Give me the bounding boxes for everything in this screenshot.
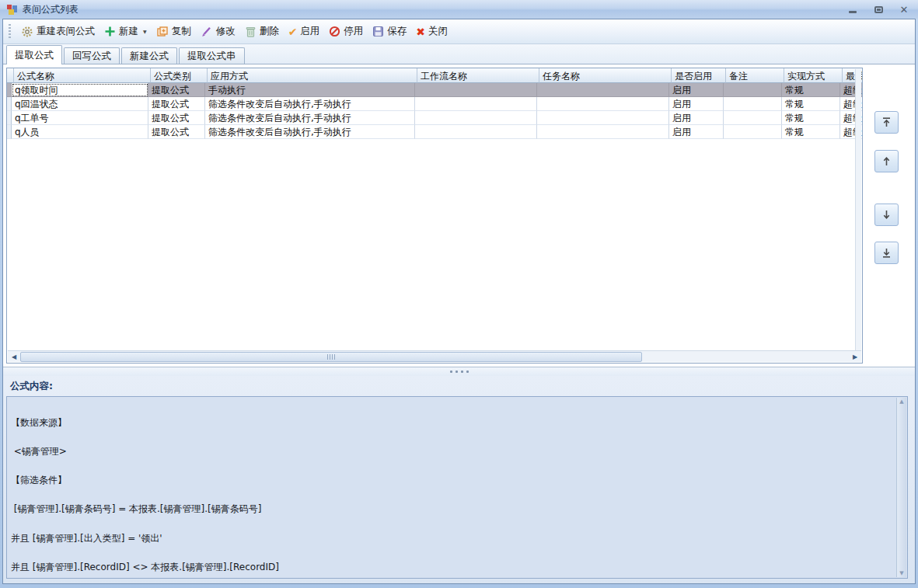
pencil-icon [201, 26, 213, 38]
close-button[interactable]: ✕ [898, 4, 910, 15]
formula-content-panel: 公式内容: 【数据来源】 <锡膏管理> 【筛选条件】 [锡膏管理].[锡膏条码号… [3, 376, 915, 583]
table-cell[interactable]: q领取时间 [12, 83, 148, 97]
window-title: 表间公式列表 [23, 3, 846, 16]
delete-button[interactable]: 删除 [240, 23, 284, 40]
table-cell[interactable]: q人员 [12, 125, 148, 139]
scroll-right-icon[interactable]: ▶ [849, 352, 861, 362]
title-bar[interactable]: 表间公式列表 ✕ [0, 0, 918, 19]
table-row[interactable]: q人员 提取公式 筛选条件改变后自动执行,手动执行 启用 常规 超级 [7, 125, 862, 139]
formula-text: 【数据来源】 <锡膏管理> 【筛选条件】 [锡膏管理].[锡膏条码号] = 本报… [7, 397, 896, 579]
formula-line: 【筛选条件】 [11, 475, 896, 485]
splitter-dot [456, 371, 458, 373]
table-cell[interactable]: 常规 [782, 125, 840, 139]
column-header[interactable]: 工作流名称 [417, 68, 539, 83]
table-cell[interactable] [415, 97, 537, 111]
table-cell[interactable] [415, 83, 537, 97]
rebuild-formula-button[interactable]: 重建表间公式 [16, 23, 99, 40]
table-cell[interactable] [415, 111, 537, 125]
table-cell[interactable]: 启用 [669, 83, 724, 97]
enable-button[interactable]: ✔ 启用 [284, 23, 325, 40]
copy-icon [156, 26, 169, 38]
formula-line: 【数据来源】 [11, 418, 896, 427]
table-cell[interactable] [537, 97, 669, 111]
table-cell[interactable] [724, 111, 782, 125]
stop-icon [329, 26, 340, 37]
table-cell[interactable]: 启用 [669, 97, 724, 111]
disable-label: 停用 [344, 25, 363, 38]
scrollbar-thumb[interactable] [20, 352, 642, 362]
splitter-dot [461, 371, 463, 373]
column-header[interactable]: 应用方式 [208, 68, 417, 83]
table-row[interactable]: q领取时间 提取公式 手动执行 启用 常规 超级 [7, 83, 862, 97]
move-down-icon [881, 209, 892, 221]
table-cell[interactable]: 启用 [669, 125, 724, 139]
tab-extract-formula[interactable]: 提取公式 [6, 45, 62, 64]
table-cell[interactable] [537, 83, 669, 97]
table-cell[interactable]: 筛选条件改变后自动执行,手动执行 [205, 125, 415, 139]
move-top-button[interactable] [874, 111, 899, 134]
formula-vertical-scrollbar[interactable]: ▲ ▼ [896, 398, 906, 577]
table-cell[interactable] [537, 125, 669, 139]
minimize-button[interactable] [846, 4, 859, 15]
table-vertical-scrollbar[interactable] [855, 69, 861, 350]
column-header[interactable]: 实现方式 [784, 68, 843, 83]
table-cell[interactable] [724, 125, 782, 139]
table-cell[interactable] [724, 97, 782, 111]
tab-strip: 提取公式 回写公式 新建公式 提取公式串 [3, 44, 915, 64]
modify-label: 修改 [216, 25, 236, 38]
table-cell[interactable]: q工单号 [12, 111, 148, 125]
table-cell[interactable]: 手动执行 [205, 83, 415, 97]
toolbar-grip[interactable] [9, 24, 11, 40]
maximize-button[interactable] [872, 4, 885, 15]
tab-label: 提取公式串 [187, 50, 236, 63]
scroll-down-icon[interactable]: ▼ [899, 569, 903, 577]
scroll-left-icon[interactable]: ◀ [8, 352, 20, 362]
tab-new-formula[interactable]: 新建公式 [121, 47, 177, 64]
move-down-button[interactable] [874, 204, 899, 226]
table-cell[interactable]: 提取公式 [148, 83, 205, 97]
move-up-button[interactable] [874, 150, 899, 172]
column-header[interactable]: 备注 [726, 68, 784, 83]
tab-writeback-formula[interactable]: 回写公式 [64, 47, 120, 64]
save-button[interactable]: 保存 [368, 23, 411, 40]
table-cell[interactable]: 常规 [782, 83, 840, 97]
table-cell[interactable]: 筛选条件改变后自动执行,手动执行 [205, 97, 415, 111]
table-cell[interactable]: 常规 [782, 111, 840, 125]
modify-button[interactable]: 修改 [196, 23, 240, 40]
scroll-up-icon[interactable]: ▲ [899, 398, 903, 405]
column-header[interactable]: 是否启用 [672, 68, 726, 83]
close-list-label: 关闭 [428, 25, 448, 38]
table-cell[interactable]: 启用 [669, 111, 724, 125]
scrollbar-track[interactable] [20, 352, 849, 362]
tab-extract-formula-string[interactable]: 提取公式串 [179, 47, 245, 64]
formula-line: 并且 [锡膏管理].[出入类型] = '领出' [11, 534, 896, 543]
tab-label: 提取公式 [15, 49, 54, 62]
table-horizontal-scrollbar[interactable]: ◀ ▶ [8, 350, 861, 362]
app-window: 表间公式列表 ✕ 重建表间公式 新建 ▼ [0, 0, 918, 588]
new-dropdown-arrow-icon[interactable]: ▼ [143, 29, 147, 34]
close-list-button[interactable]: ✖ 关闭 [411, 23, 452, 40]
column-header[interactable]: 公式名称 [14, 68, 151, 83]
table-cell[interactable]: 提取公式 [148, 125, 205, 139]
close-icon: ✕ [900, 4, 909, 16]
table-cell[interactable]: 提取公式 [148, 97, 205, 111]
table-cell[interactable]: 筛选条件改变后自动执行,手动执行 [205, 111, 415, 125]
table-cell[interactable]: 提取公式 [148, 111, 205, 125]
column-header[interactable]: 公式类别 [151, 68, 208, 83]
table-cell[interactable] [415, 125, 537, 139]
table-cell[interactable]: q回温状态 [12, 97, 148, 111]
app-icon [6, 4, 18, 16]
table-row[interactable]: q回温状态 提取公式 筛选条件改变后自动执行,手动执行 启用 常规 超级 [7, 97, 862, 111]
move-up-icon [881, 155, 892, 167]
table-cell[interactable]: 常规 [782, 97, 840, 111]
table-cell[interactable] [537, 111, 669, 125]
plus-icon [104, 26, 116, 37]
table-cell[interactable] [724, 83, 782, 97]
panel-splitter[interactable] [3, 367, 915, 376]
new-button[interactable]: 新建 ▼ [99, 23, 152, 40]
disable-button[interactable]: 停用 [324, 23, 368, 40]
column-header[interactable]: 任务名称 [539, 68, 672, 83]
table-row[interactable]: q工单号 提取公式 筛选条件改变后自动执行,手动执行 启用 常规 超级 [7, 111, 862, 125]
move-bottom-button[interactable] [874, 242, 899, 264]
copy-button[interactable]: 复制 [152, 23, 196, 40]
